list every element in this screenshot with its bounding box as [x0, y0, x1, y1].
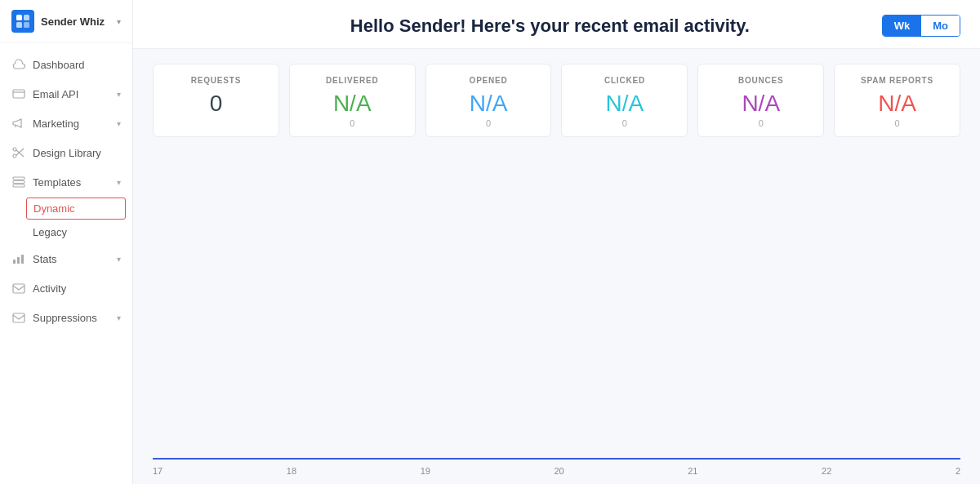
sidebar-item-marketing[interactable]: Marketing ▾ [0, 109, 132, 138]
main-header: Hello Sender! Here's your recent email a… [133, 0, 980, 49]
svg-rect-12 [13, 184, 24, 187]
svg-rect-4 [13, 90, 24, 98]
stat-label-bounces: BOUNCES [738, 76, 784, 85]
chart-label-2: 2 [956, 466, 960, 476]
time-toggle: Wk Mo [882, 15, 960, 37]
stat-label-opened: OPENED [470, 76, 508, 85]
stat-value-requests: 0 [210, 91, 223, 117]
chart-label-18: 18 [287, 466, 296, 476]
stat-value-opened: N/A [470, 91, 508, 117]
svg-rect-13 [13, 260, 16, 264]
chart-line [153, 458, 960, 460]
chart-label-22: 22 [822, 466, 831, 476]
svg-rect-16 [13, 284, 24, 293]
envelope2-icon [11, 310, 26, 325]
stat-sub-bounces: 0 [759, 118, 764, 128]
sidebar-logo[interactable]: Sender Whiz ▾ [0, 0, 132, 43]
svg-rect-2 [16, 22, 22, 28]
chart-label-19: 19 [421, 466, 430, 476]
svg-rect-1 [24, 15, 29, 20]
stat-value-spam-reports: N/A [878, 91, 916, 117]
megaphone-icon [11, 116, 26, 131]
svg-point-6 [13, 154, 16, 158]
marketing-chevron-icon: ▾ [117, 119, 121, 128]
stat-label-clicked: CLICKED [604, 76, 645, 85]
sidebar-item-stats-label: Stats [33, 253, 57, 265]
sidebar-subitem-legacy[interactable]: Legacy [0, 220, 132, 244]
sidebar-item-design-library[interactable]: Design Library [0, 138, 132, 167]
stat-sub-spam-reports: 0 [894, 118, 899, 128]
sidebar-item-marketing-label: Marketing [33, 118, 79, 130]
cloud-icon [11, 57, 26, 72]
sidebar-item-activity-label: Activity [33, 282, 66, 295]
sidebar-item-suppressions[interactable]: Suppressions ▾ [0, 303, 132, 332]
logo-icon [11, 10, 34, 33]
suppressions-chevron-icon: ▾ [117, 313, 121, 322]
sidebar-item-dashboard[interactable]: Dashboard [0, 50, 132, 79]
email-api-chevron-icon: ▾ [117, 90, 121, 99]
main-content-area: Hello Sender! Here's your recent email a… [133, 0, 980, 484]
stat-value-delivered: N/A [333, 91, 372, 117]
svg-line-8 [16, 149, 24, 155]
sidebar-item-stats[interactable]: Stats ▾ [0, 244, 132, 273]
svg-rect-0 [16, 15, 22, 20]
stat-card-spam-reports: SPAM REPORTS N/A 0 [834, 64, 960, 137]
sidebar-subitem-legacy-label: Legacy [33, 226, 67, 238]
svg-rect-11 [13, 181, 24, 184]
svg-rect-17 [13, 313, 24, 322]
stat-label-delivered: DELIVERED [326, 76, 378, 85]
page-title: Hello Sender! Here's your recent email a… [218, 16, 882, 37]
chart-label-21: 21 [688, 466, 697, 476]
templates-chevron-icon: ▾ [117, 178, 121, 187]
svg-rect-14 [17, 257, 20, 264]
sidebar-item-design-library-label: Design Library [33, 147, 101, 159]
stat-sub-clicked: 0 [622, 118, 627, 128]
svg-rect-3 [24, 22, 29, 28]
svg-point-7 [13, 148, 16, 151]
sidebar: Sender Whiz ▾ Dashboard Email API ▾ [0, 0, 133, 484]
chart-labels: 17 18 19 20 21 22 2 [153, 466, 960, 476]
svg-rect-15 [21, 255, 24, 264]
sidebar-item-templates[interactable]: Templates ▾ [0, 167, 132, 197]
envelope-icon [11, 281, 26, 295]
stat-card-requests: REQUESTS 0 [153, 64, 279, 137]
scissors-icon [11, 145, 26, 160]
svg-line-9 [16, 150, 24, 157]
stat-sub-opened: 0 [486, 118, 491, 128]
chart-label-20: 20 [554, 466, 564, 476]
time-toggle-wk[interactable]: Wk [883, 16, 922, 36]
stat-card-delivered: DELIVERED N/A 0 [289, 64, 416, 137]
stats-row: REQUESTS 0 DELIVERED N/A 0 OPENED N/A 0 … [153, 64, 960, 137]
stat-value-bounces: N/A [742, 91, 780, 117]
stat-sub-delivered: 0 [350, 118, 354, 128]
chart-area: 17 18 19 20 21 22 2 [153, 153, 960, 484]
layers-icon [11, 175, 26, 189]
sidebar-item-email-api-label: Email API [33, 88, 78, 100]
sidebar-item-dashboard-label: Dashboard [33, 59, 85, 71]
svg-rect-10 [13, 177, 24, 180]
stat-card-bounces: BOUNCES N/A 0 [697, 64, 824, 137]
sidebar-item-email-api[interactable]: Email API ▾ [0, 79, 132, 109]
stat-value-clicked: N/A [606, 91, 644, 117]
stat-label-requests: REQUESTS [191, 76, 241, 85]
sidebar-subitem-dynamic[interactable]: Dynamic [26, 198, 126, 220]
time-toggle-mo[interactable]: Mo [921, 16, 960, 36]
logo-chevron-icon: ▾ [117, 17, 121, 26]
stat-card-opened: OPENED N/A 0 [425, 64, 552, 137]
sidebar-item-suppressions-label: Suppressions [33, 312, 97, 324]
chart-icon [11, 251, 26, 266]
stat-label-spam-reports: SPAM REPORTS [861, 76, 933, 85]
dashboard-content: REQUESTS 0 DELIVERED N/A 0 OPENED N/A 0 … [133, 49, 980, 484]
logo-text: Sender Whiz [41, 16, 105, 28]
card-icon [11, 87, 26, 101]
sidebar-subitem-dynamic-label: Dynamic [33, 202, 75, 215]
sidebar-item-templates-label: Templates [33, 176, 81, 189]
sidebar-nav: Dashboard Email API ▾ Marketing ▾ [0, 43, 132, 484]
sidebar-item-activity[interactable]: Activity [0, 273, 132, 303]
stats-chevron-icon: ▾ [117, 255, 121, 264]
stat-card-clicked: CLICKED N/A 0 [561, 64, 688, 137]
chart-label-17: 17 [153, 466, 163, 476]
